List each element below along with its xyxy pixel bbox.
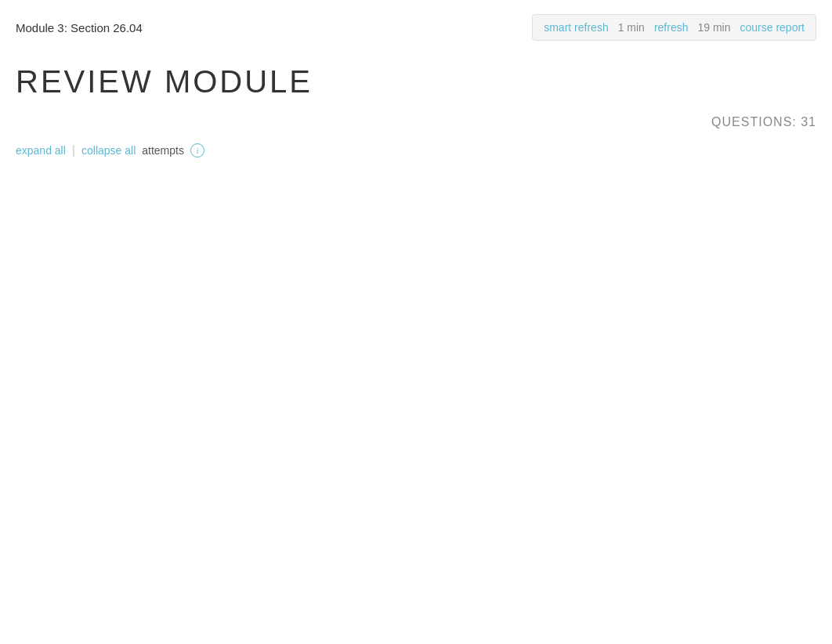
page-title-section: REVIEW MODULE: [0, 49, 832, 107]
controls-row: expand all | collapse all attempts i: [0, 137, 832, 164]
info-icon[interactable]: i: [190, 143, 204, 157]
page-title: REVIEW MODULE: [16, 64, 816, 99]
header-actions: smart refresh 1 min refresh 19 min cours…: [532, 14, 816, 41]
course-report-button[interactable]: course report: [737, 20, 808, 35]
refresh-time: 19 min: [694, 20, 733, 35]
controls-separator: |: [72, 143, 75, 157]
module-title: Module 3: Section 26.04: [16, 21, 143, 34]
smart-refresh-time: 1 min: [615, 20, 648, 35]
questions-label: QUESTIONS: 31: [711, 115, 816, 129]
main-content: [0, 164, 832, 179]
attempts-label: attempts: [142, 144, 184, 157]
smart-refresh-button[interactable]: smart refresh: [541, 20, 611, 35]
header-bar: Module 3: Section 26.04 smart refresh 1 …: [0, 0, 832, 49]
questions-count-row: QUESTIONS: 31: [0, 107, 832, 137]
collapse-all-button[interactable]: collapse all: [81, 144, 136, 157]
refresh-button[interactable]: refresh: [651, 20, 692, 35]
expand-all-button[interactable]: expand all: [16, 144, 66, 157]
